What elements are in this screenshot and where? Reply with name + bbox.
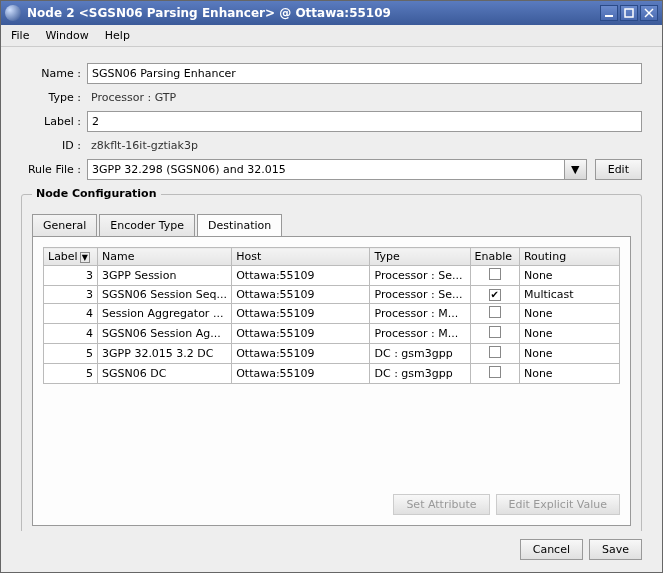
cell-routing: Multicast <box>519 286 619 304</box>
node-config-fieldset: Node Configuration General Encoder Type … <box>21 194 642 531</box>
cell-type: DC : gsm3gpp <box>370 344 470 364</box>
tabs: General Encoder Type Destination <box>32 213 631 236</box>
menubar: File Window Help <box>1 25 662 47</box>
cell-type: Processor : Se... <box>370 266 470 286</box>
cell-label: 3 <box>44 266 98 286</box>
menu-file[interactable]: File <box>5 27 35 44</box>
table-row[interactable]: 4Session Aggregator ...Ottawa:55109Proce… <box>44 304 620 324</box>
name-label: Name : <box>21 67 81 80</box>
cell-host: Ottawa:55109 <box>232 304 370 324</box>
enable-checkbox[interactable] <box>489 346 501 358</box>
fieldset-legend: Node Configuration <box>32 187 161 200</box>
cell-host: Ottawa:55109 <box>232 364 370 384</box>
id-value: z8kflt-16it-gztiak3p <box>87 136 642 155</box>
type-label: Type : <box>21 91 81 104</box>
set-attribute-button[interactable]: Set Attribute <box>393 494 489 515</box>
cell-name: Session Aggregator ... <box>98 304 232 324</box>
cell-routing: None <box>519 266 619 286</box>
label-label: Label : <box>21 115 81 128</box>
app-icon <box>5 5 21 21</box>
cell-host: Ottawa:55109 <box>232 344 370 364</box>
cell-type: Processor : Se... <box>370 286 470 304</box>
menu-window[interactable]: Window <box>39 27 94 44</box>
cell-label: 5 <box>44 364 98 384</box>
save-button[interactable]: Save <box>589 539 642 560</box>
id-label: ID : <box>21 139 81 152</box>
col-header-host[interactable]: Host <box>232 248 370 266</box>
cell-enable <box>470 266 519 286</box>
chevron-down-icon[interactable]: ▼ <box>564 160 586 179</box>
content-area: Name : Type : Processor : GTP Label : ID… <box>1 47 662 531</box>
cell-host: Ottawa:55109 <box>232 286 370 304</box>
rulefile-combo[interactable]: ▼ <box>87 159 587 180</box>
enable-checkbox[interactable] <box>489 268 501 280</box>
edit-button[interactable]: Edit <box>595 159 642 180</box>
enable-checkbox[interactable] <box>489 326 501 338</box>
minimize-button[interactable] <box>600 5 618 21</box>
cell-enable <box>470 324 519 344</box>
titlebar: Node 2 <SGSN06 Parsing Enhancer> @ Ottaw… <box>1 1 662 25</box>
name-input[interactable] <box>87 63 642 84</box>
cell-label: 3 <box>44 286 98 304</box>
enable-checkbox[interactable] <box>489 366 501 378</box>
table-header-row: Label▼ Name Host Type Enable Routing <box>44 248 620 266</box>
edit-explicit-value-button[interactable]: Edit Explicit Value <box>496 494 620 515</box>
table-row[interactable]: 4SGSN06 Session Ag...Ottawa:55109Process… <box>44 324 620 344</box>
destination-table: Label▼ Name Host Type Enable Routing 33G… <box>43 247 620 384</box>
cell-name: SGSN06 DC <box>98 364 232 384</box>
cell-name: SGSN06 Session Ag... <box>98 324 232 344</box>
cell-name: SGSN06 Session Seq... <box>98 286 232 304</box>
close-button[interactable] <box>640 5 658 21</box>
cell-name: 3GPP 32.015 3.2 DC <box>98 344 232 364</box>
cell-type: Processor : M... <box>370 324 470 344</box>
cell-label: 4 <box>44 324 98 344</box>
cell-enable <box>470 304 519 324</box>
cell-label: 4 <box>44 304 98 324</box>
col-header-routing[interactable]: Routing <box>519 248 619 266</box>
col-header-label[interactable]: Label▼ <box>44 248 98 266</box>
bottom-bar: Cancel Save <box>1 531 662 572</box>
table-row[interactable]: 5SGSN06 DCOttawa:55109DC : gsm3gppNone <box>44 364 620 384</box>
table-row[interactable]: 33GPP SessionOttawa:55109Processor : Se.… <box>44 266 620 286</box>
cancel-button[interactable]: Cancel <box>520 539 583 560</box>
menu-help[interactable]: Help <box>99 27 136 44</box>
col-header-name[interactable]: Name <box>98 248 232 266</box>
cell-enable <box>470 344 519 364</box>
cell-label: 5 <box>44 344 98 364</box>
tab-destination[interactable]: Destination <box>197 214 282 237</box>
cell-routing: None <box>519 304 619 324</box>
tab-general[interactable]: General <box>32 214 97 237</box>
cell-routing: None <box>519 324 619 344</box>
svg-rect-1 <box>625 9 633 17</box>
cell-enable: ✔ <box>470 286 519 304</box>
cell-name: 3GPP Session <box>98 266 232 286</box>
window-title: Node 2 <SGSN06 Parsing Enhancer> @ Ottaw… <box>27 6 598 20</box>
tab-pane-destination: Label▼ Name Host Type Enable Routing 33G… <box>32 236 631 526</box>
enable-checkbox[interactable]: ✔ <box>489 289 501 301</box>
sort-icon: ▼ <box>80 252 90 263</box>
cell-type: DC : gsm3gpp <box>370 364 470 384</box>
rulefile-label: Rule File : <box>21 163 81 176</box>
table-row[interactable]: 3SGSN06 Session Seq...Ottawa:55109Proces… <box>44 286 620 304</box>
type-value: Processor : GTP <box>87 88 642 107</box>
rulefile-input[interactable] <box>88 160 564 179</box>
cell-routing: None <box>519 364 619 384</box>
cell-enable <box>470 364 519 384</box>
label-input[interactable] <box>87 111 642 132</box>
enable-checkbox[interactable] <box>489 306 501 318</box>
tab-encoder-type[interactable]: Encoder Type <box>99 214 195 237</box>
cell-host: Ottawa:55109 <box>232 266 370 286</box>
cell-type: Processor : M... <box>370 304 470 324</box>
maximize-button[interactable] <box>620 5 638 21</box>
table-row[interactable]: 53GPP 32.015 3.2 DCOttawa:55109DC : gsm3… <box>44 344 620 364</box>
col-header-enable[interactable]: Enable <box>470 248 519 266</box>
col-header-type[interactable]: Type <box>370 248 470 266</box>
cell-host: Ottawa:55109 <box>232 324 370 344</box>
cell-routing: None <box>519 344 619 364</box>
